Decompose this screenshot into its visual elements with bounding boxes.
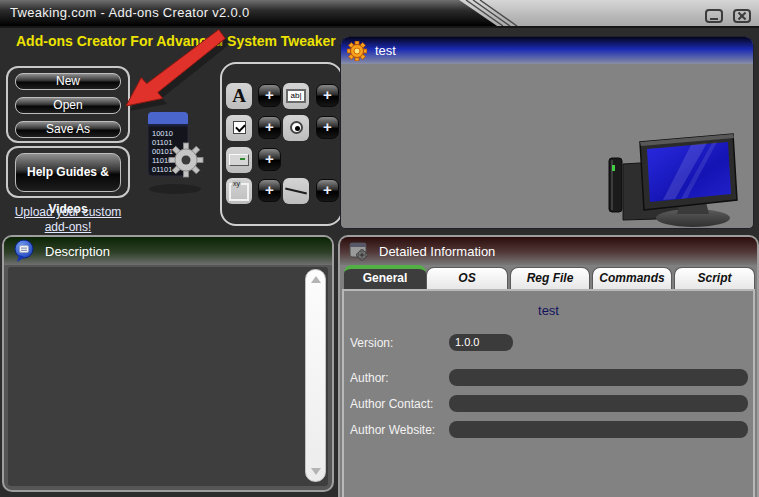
description-panel-header: Description bbox=[4, 237, 332, 265]
close-button[interactable] bbox=[733, 9, 751, 23]
orange-gear-icon bbox=[347, 41, 367, 61]
help-group: Help Guides & Videos bbox=[6, 146, 130, 198]
tab-general[interactable]: General bbox=[344, 265, 426, 289]
combobox-control-icon bbox=[226, 147, 252, 173]
details-tab-bar: General OS Supported Reg File Commands S… bbox=[340, 265, 757, 289]
author-input[interactable] bbox=[449, 369, 748, 386]
addon-name-text: test bbox=[344, 303, 753, 318]
preview-canvas bbox=[341, 64, 753, 229]
author-contact-input[interactable] bbox=[449, 395, 748, 412]
tab-commands[interactable]: Commands bbox=[592, 267, 672, 289]
upload-addons-link[interactable]: Upload your custom add-ons! bbox=[2, 205, 134, 235]
add-line-button[interactable]: + bbox=[316, 179, 339, 202]
detailed-information-panel: Detailed Information General OS Supporte… bbox=[338, 235, 759, 497]
details-panel-title: Detailed Information bbox=[379, 244, 495, 259]
app-window: Tweaking.com - Add-ons Creator v2.0.0 Ad… bbox=[0, 0, 759, 497]
author-contact-label: Author Contact: bbox=[350, 397, 433, 411]
label-control-icon: A bbox=[226, 83, 252, 109]
description-panel: Description bbox=[2, 235, 334, 492]
preview-panel-header: test bbox=[341, 37, 753, 64]
general-tab-content: test Version: 1.0.0 Author: Author Conta… bbox=[342, 289, 755, 497]
speech-bubble-icon bbox=[12, 239, 36, 263]
radio-control-icon bbox=[283, 115, 309, 141]
scroll-up-icon[interactable] bbox=[311, 276, 321, 283]
textbox-control-icon: ab| bbox=[283, 83, 309, 109]
author-website-label: Author Website: bbox=[350, 423, 435, 437]
toolbox-panel: A + ab| + + + + xy + + bbox=[220, 62, 343, 226]
save-as-button[interactable]: Save As bbox=[15, 121, 121, 138]
groupbox-control-icon: xy bbox=[226, 178, 252, 204]
line-control-icon bbox=[283, 178, 309, 204]
svg-text:10010: 10010 bbox=[152, 129, 173, 138]
preview-panel: test bbox=[340, 36, 754, 229]
version-input[interactable]: 1.0.0 bbox=[449, 334, 513, 351]
add-label-button[interactable]: + bbox=[258, 84, 281, 107]
computer-monitor-icon bbox=[595, 130, 745, 229]
author-label: Author: bbox=[350, 371, 389, 385]
add-textbox-button[interactable]: + bbox=[316, 84, 339, 107]
app-header-text: Add-ons Creator For Advanced System Twea… bbox=[16, 33, 336, 49]
scroll-down-icon[interactable] bbox=[311, 468, 321, 475]
description-textarea[interactable] bbox=[8, 267, 328, 486]
help-guides-button[interactable]: Help Guides & Videos bbox=[15, 153, 121, 192]
description-scrollbar[interactable] bbox=[305, 269, 326, 482]
tab-os-supported[interactable]: OS Supported bbox=[426, 267, 508, 289]
tab-reg-file[interactable]: Reg File bbox=[510, 267, 590, 289]
svg-text:01101: 01101 bbox=[152, 165, 172, 174]
titlebar: Tweaking.com - Add-ons Creator v2.0.0 bbox=[0, 0, 759, 28]
add-checkbox-button[interactable]: + bbox=[258, 116, 281, 139]
binary-file-gear-icon: 10010 01101 00101 11010 01101 bbox=[142, 108, 208, 196]
add-radio-button[interactable]: + bbox=[316, 116, 339, 139]
new-button[interactable]: New bbox=[15, 73, 121, 90]
file-actions-group: New Open Save As bbox=[6, 66, 130, 143]
details-panel-header: Detailed Information bbox=[340, 237, 757, 265]
description-panel-title: Description bbox=[45, 244, 110, 259]
version-label: Version: bbox=[350, 336, 393, 350]
window-gear-icon bbox=[348, 240, 370, 262]
open-button[interactable]: Open bbox=[15, 97, 121, 114]
svg-text:01101: 01101 bbox=[152, 138, 172, 147]
checkbox-control-icon bbox=[226, 115, 252, 141]
svg-text:00101: 00101 bbox=[152, 147, 173, 156]
tab-script[interactable]: Script bbox=[674, 267, 755, 289]
add-groupbox-button[interactable]: + bbox=[258, 179, 281, 202]
preview-panel-title: test bbox=[375, 43, 396, 58]
add-combobox-button[interactable]: + bbox=[258, 148, 281, 171]
author-website-input[interactable] bbox=[449, 421, 748, 438]
minimize-button[interactable] bbox=[705, 9, 723, 23]
window-title: Tweaking.com - Add-ons Creator v2.0.0 bbox=[10, 5, 249, 20]
